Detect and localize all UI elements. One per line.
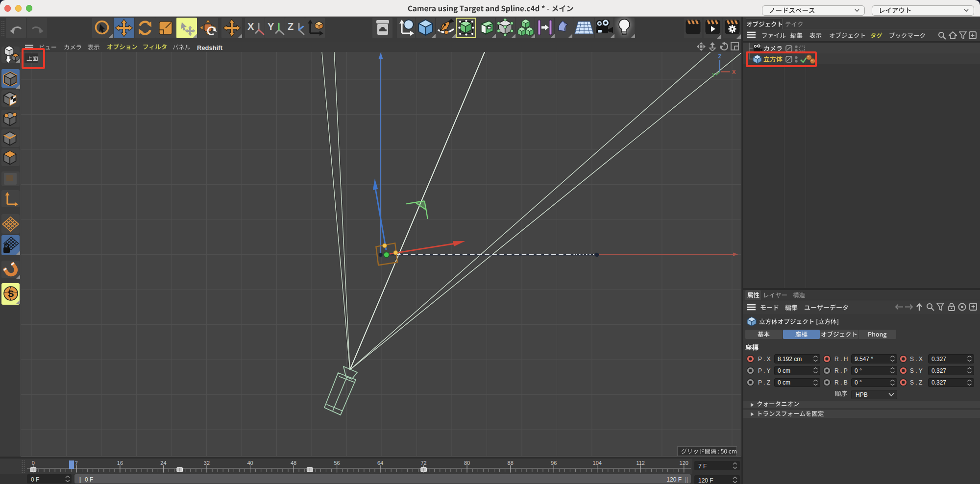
svg-text:Z: Z (718, 53, 722, 59)
svg-text:X: X (732, 69, 736, 75)
svg-text:S: S (8, 289, 14, 299)
svg-text:Y: Y (712, 73, 715, 78)
